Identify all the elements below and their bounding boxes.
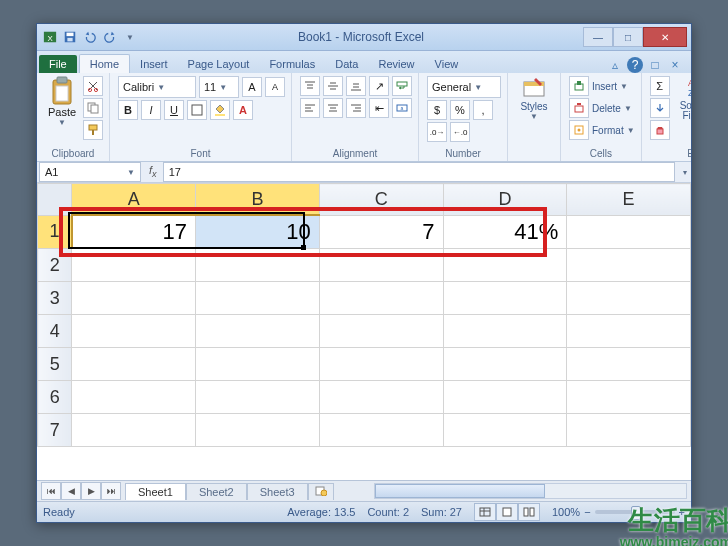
cell-a2[interactable]: [72, 249, 196, 282]
row-header-2[interactable]: 2: [38, 249, 72, 282]
cell-e4[interactable]: [567, 315, 691, 348]
fx-icon[interactable]: fx: [143, 164, 163, 179]
paste-button[interactable]: Paste▼: [43, 76, 81, 140]
align-middle-button[interactable]: [323, 76, 343, 96]
comma-button[interactable]: ,: [473, 100, 493, 120]
col-header-e[interactable]: E: [567, 184, 691, 216]
zoom-in-button[interactable]: +: [679, 506, 685, 518]
sheet-tab-1[interactable]: Sheet1: [125, 483, 186, 500]
cell-a3[interactable]: [72, 282, 196, 315]
delete-cells-button[interactable]: [569, 98, 589, 118]
align-left-button[interactable]: [300, 98, 320, 118]
cut-button[interactable]: [83, 76, 103, 96]
cell-d1[interactable]: 41%: [443, 215, 567, 249]
horizontal-scrollbar[interactable]: [374, 483, 687, 499]
cell-e6[interactable]: [567, 381, 691, 414]
close-button[interactable]: ✕: [643, 27, 687, 47]
italic-button[interactable]: I: [141, 100, 161, 120]
cell-a7[interactable]: [72, 414, 196, 447]
select-all-corner[interactable]: [38, 184, 72, 216]
decrease-decimal-button[interactable]: ←.0: [450, 122, 470, 142]
grow-font-button[interactable]: A: [242, 77, 262, 97]
first-sheet-button[interactable]: ⏮: [41, 482, 61, 500]
cell-b5[interactable]: [196, 348, 320, 381]
format-painter-button[interactable]: [83, 120, 103, 140]
tab-formulas[interactable]: Formulas: [259, 55, 325, 73]
help-icon[interactable]: ?: [627, 57, 643, 73]
cell-d3[interactable]: [443, 282, 567, 315]
mdi-restore-icon[interactable]: □: [647, 57, 663, 73]
name-box[interactable]: A1▼: [39, 162, 141, 182]
redo-icon[interactable]: [101, 28, 119, 46]
col-header-b[interactable]: B: [196, 184, 320, 216]
save-icon[interactable]: [61, 28, 79, 46]
cell-d4[interactable]: [443, 315, 567, 348]
bold-button[interactable]: B: [118, 100, 138, 120]
row-header-6[interactable]: 6: [38, 381, 72, 414]
cell-c4[interactable]: [319, 315, 443, 348]
col-header-d[interactable]: D: [443, 184, 567, 216]
cell-b1[interactable]: 10: [196, 215, 320, 249]
align-bottom-button[interactable]: [346, 76, 366, 96]
font-size-select[interactable]: 11▼: [199, 76, 239, 98]
cell-e7[interactable]: [567, 414, 691, 447]
next-sheet-button[interactable]: ▶: [81, 482, 101, 500]
shrink-font-button[interactable]: A: [265, 77, 285, 97]
cell-c6[interactable]: [319, 381, 443, 414]
row-header-3[interactable]: 3: [38, 282, 72, 315]
cell-e5[interactable]: [567, 348, 691, 381]
autosum-button[interactable]: Σ: [650, 76, 670, 96]
expand-formula-bar-icon[interactable]: ▾: [679, 168, 691, 177]
cell-b7[interactable]: [196, 414, 320, 447]
row-header-4[interactable]: 4: [38, 315, 72, 348]
increase-decimal-button[interactable]: .0→: [427, 122, 447, 142]
wrap-text-button[interactable]: [392, 76, 412, 96]
sheet-tab-2[interactable]: Sheet2: [186, 483, 247, 500]
page-layout-view-button[interactable]: [496, 503, 518, 521]
prev-sheet-button[interactable]: ◀: [61, 482, 81, 500]
cell-b6[interactable]: [196, 381, 320, 414]
new-sheet-button[interactable]: [308, 483, 334, 500]
format-cells-button[interactable]: [569, 120, 589, 140]
orientation-button[interactable]: ↗: [369, 76, 389, 96]
tab-insert[interactable]: Insert: [130, 55, 178, 73]
cell-a4[interactable]: [72, 315, 196, 348]
insert-cells-button[interactable]: [569, 76, 589, 96]
normal-view-button[interactable]: [474, 503, 496, 521]
minimize-button[interactable]: —: [583, 27, 613, 47]
col-header-c[interactable]: C: [319, 184, 443, 216]
row-header-7[interactable]: 7: [38, 414, 72, 447]
cell-a6[interactable]: [72, 381, 196, 414]
zoom-level[interactable]: 100%: [552, 506, 580, 518]
cell-e2[interactable]: [567, 249, 691, 282]
align-center-button[interactable]: [323, 98, 343, 118]
tab-page-layout[interactable]: Page Layout: [178, 55, 260, 73]
font-color-button[interactable]: A: [233, 100, 253, 120]
row-header-1[interactable]: 1: [38, 215, 72, 249]
fill-color-button[interactable]: [210, 100, 230, 120]
align-right-button[interactable]: [346, 98, 366, 118]
tab-file[interactable]: File: [39, 55, 77, 73]
cell-styles-button[interactable]: Styles▼: [514, 76, 554, 121]
page-break-view-button[interactable]: [518, 503, 540, 521]
maximize-button[interactable]: □: [613, 27, 643, 47]
cell-d2[interactable]: [443, 249, 567, 282]
number-format-select[interactable]: General▼: [427, 76, 501, 98]
cell-b3[interactable]: [196, 282, 320, 315]
clear-button[interactable]: [650, 120, 670, 140]
accounting-button[interactable]: $: [427, 100, 447, 120]
undo-icon[interactable]: [81, 28, 99, 46]
mdi-close-icon[interactable]: ×: [667, 57, 683, 73]
tab-view[interactable]: View: [425, 55, 469, 73]
cell-b4[interactable]: [196, 315, 320, 348]
row-header-5[interactable]: 5: [38, 348, 72, 381]
cell-c1[interactable]: 7: [319, 215, 443, 249]
qat-dropdown-icon[interactable]: ▼: [121, 28, 139, 46]
percent-button[interactable]: %: [450, 100, 470, 120]
cell-b2[interactable]: [196, 249, 320, 282]
cell-d5[interactable]: [443, 348, 567, 381]
align-top-button[interactable]: [300, 76, 320, 96]
tab-review[interactable]: Review: [368, 55, 424, 73]
tab-home[interactable]: Home: [79, 54, 130, 73]
cell-c5[interactable]: [319, 348, 443, 381]
